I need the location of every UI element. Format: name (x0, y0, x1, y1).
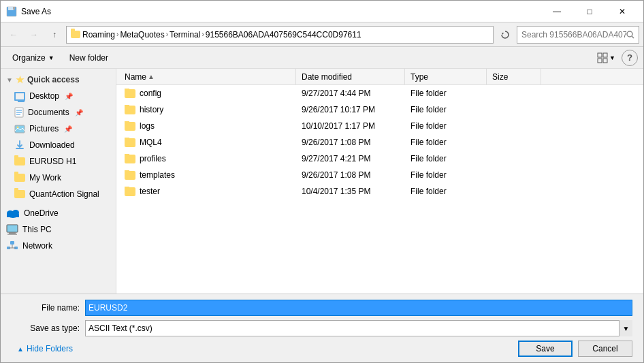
title-bar: Save As — □ ✕ (1, 1, 643, 22)
file-area: Name ▲ Date modified Type Size (116, 69, 643, 294)
savetype-label: Save as type: (12, 323, 80, 333)
download-icon (14, 140, 25, 151)
file-row-templates[interactable]: templates 9/26/2017 1:08 PM File folder (116, 167, 643, 183)
breadcrumb-arrow-2: › (166, 31, 168, 38)
svg-rect-20 (7, 215, 19, 217)
hide-folders-toggle[interactable]: ▲ Hide Folders (12, 341, 78, 356)
sidebar-item-pictures[interactable]: Pictures 📌 (1, 121, 116, 137)
svg-rect-6 (598, 53, 602, 57)
savetype-wrapper: ASCII Text (*.csv) ▼ (85, 320, 632, 336)
quick-access-header[interactable]: ▼ ★ Quick access (1, 72, 116, 88)
file-row-profiles[interactable]: profiles 9/27/2017 4:21 PM File folder (116, 151, 643, 167)
breadcrumb-roaming: Roaming (82, 30, 115, 40)
refresh-icon (500, 30, 510, 40)
save-as-icon (6, 6, 17, 17)
sidebar-item-desktop[interactable]: Desktop 📌 (1, 88, 116, 104)
col-header-size[interactable]: Size (487, 69, 541, 84)
network-icon (6, 240, 18, 251)
svg-rect-8 (598, 59, 602, 63)
view-icon (597, 52, 608, 63)
sidebar-item-quantaction[interactable]: QuantAction Signal (1, 186, 116, 202)
filename-input[interactable] (85, 300, 632, 316)
organize-arrow-icon: ▼ (48, 54, 54, 61)
templates-folder-icon (125, 171, 135, 180)
sidebar-section-quickaccess: ▼ ★ Quick access Desktop 📌 D (1, 72, 116, 202)
breadcrumb-terminal: Terminal (170, 30, 200, 40)
maximize-button[interactable]: □ (574, 1, 605, 22)
pin-icon-documents: 📌 (75, 109, 83, 116)
breadcrumb-bar[interactable]: Roaming › MetaQuotes › Terminal › 915566… (66, 26, 494, 44)
minimize-button[interactable]: — (541, 1, 573, 22)
svg-marker-3 (502, 33, 504, 35)
search-box (517, 26, 639, 44)
sidebar-item-documents[interactable]: Documents 📌 (1, 104, 116, 121)
address-bar: ← → ↑ Roaming › MetaQuotes › Terminal › … (1, 22, 643, 47)
back-button[interactable]: ← (5, 26, 22, 44)
bottom-actions: ▲ Hide Folders Save Cancel (12, 341, 632, 357)
filename-row: File name: (12, 300, 632, 316)
forward-button[interactable]: → (25, 26, 43, 44)
col-header-type[interactable]: Type (405, 69, 487, 84)
breadcrumb-arrow-3: › (202, 31, 204, 38)
svg-point-19 (12, 210, 19, 215)
tester-folder-icon (125, 187, 135, 196)
quantaction-folder-icon (14, 190, 25, 198)
desktop-icon (14, 92, 25, 101)
sidebar-item-downloaded[interactable]: Downloaded (1, 137, 116, 153)
help-button[interactable]: ? (622, 50, 638, 66)
save-as-dialog: Save As — □ ✕ ← → ↑ Roaming › MetaQuotes… (0, 0, 644, 363)
savetype-row: Save as type: ASCII Text (*.csv) ▼ (12, 320, 632, 336)
onedrive-icon (6, 209, 20, 218)
pictures-icon (14, 125, 25, 133)
col-header-name[interactable]: Name ▲ (119, 69, 296, 84)
sidebar-item-mywork[interactable]: My Work (1, 170, 116, 186)
breadcrumb-metaquotes: MetaQuotes (120, 30, 164, 40)
svg-rect-7 (603, 53, 607, 57)
file-row-tester[interactable]: tester 10/4/2017 1:35 PM File folder (116, 183, 643, 200)
cancel-button[interactable]: Cancel (578, 341, 632, 357)
view-options[interactable]: ▼ (594, 50, 619, 66)
toolbar: Organize ▼ New folder ▼ ? (1, 47, 643, 69)
sidebar: ▼ ★ Quick access Desktop 📌 D (1, 69, 116, 294)
window-controls: — □ ✕ (541, 1, 638, 22)
up-button[interactable]: ↑ (46, 26, 63, 44)
file-row-history[interactable]: history 9/26/2017 10:17 PM File folder (116, 101, 643, 118)
main-content: ▼ ★ Quick access Desktop 📌 D (1, 69, 643, 294)
col-header-date[interactable]: Date modified (296, 69, 405, 84)
svg-rect-2 (13, 7, 15, 10)
svg-line-5 (632, 36, 634, 38)
close-button[interactable]: ✕ (607, 1, 638, 22)
refresh-button[interactable] (496, 26, 514, 44)
save-area: Save (518, 341, 573, 357)
sidebar-item-eurusd[interactable]: EURUSD H1 (1, 153, 116, 170)
save-button[interactable]: Save (518, 341, 573, 357)
svg-rect-23 (7, 234, 17, 235)
eurusd-folder-icon (14, 157, 25, 165)
sidebar-item-network[interactable]: Network (1, 238, 116, 254)
sidebar-item-onedrive[interactable]: OneDrive (1, 205, 116, 221)
svg-rect-1 (8, 7, 14, 10)
bottom-panel: File name: Save as type: ASCII Text (*.c… (1, 294, 643, 362)
filename-label: File name: (12, 303, 80, 313)
breadcrumb-hash: 915566BA06ADA407569C544CC0D97611 (206, 30, 361, 40)
profiles-folder-icon (125, 155, 135, 163)
new-folder-button[interactable]: New folder (63, 50, 114, 66)
breadcrumb-arrow-1: › (116, 31, 118, 38)
history-folder-icon (125, 106, 135, 114)
breadcrumb-folder-icon (71, 31, 80, 38)
mql4-folder-icon (125, 138, 135, 147)
svg-point-4 (627, 31, 632, 37)
sort-arrow: ▲ (148, 73, 155, 80)
mywork-folder-icon (14, 174, 25, 182)
savetype-select[interactable]: ASCII Text (*.csv) (85, 320, 632, 336)
file-row-config[interactable]: config 9/27/2017 4:44 PM File folder (116, 85, 643, 101)
file-row-mql4[interactable]: MQL4 9/26/2017 1:08 PM File folder (116, 134, 643, 151)
file-list: config 9/27/2017 4:44 PM File folder his… (116, 85, 643, 294)
svg-rect-24 (10, 241, 14, 244)
file-row-logs[interactable]: logs 10/10/2017 1:17 PM File folder (116, 118, 643, 134)
computer-icon (6, 224, 18, 235)
sidebar-item-thispc[interactable]: This PC (1, 221, 116, 238)
organize-button[interactable]: Organize ▼ (6, 50, 61, 66)
pin-icon-pictures: 📌 (64, 125, 72, 133)
search-input[interactable] (521, 30, 626, 40)
